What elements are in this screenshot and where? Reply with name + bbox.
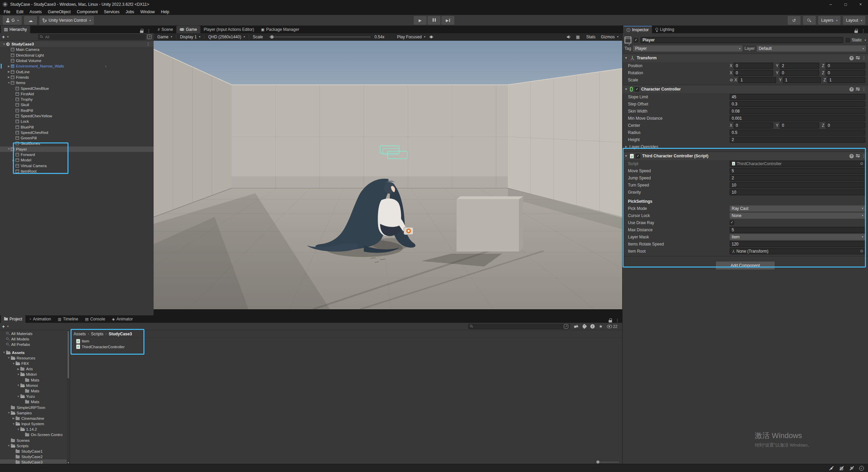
view-tab[interactable]: Player (Input Actions Editor) (200, 26, 258, 33)
game-viewport-render[interactable] (154, 41, 622, 309)
auto-refresh-disabled-icon[interactable]: ↻ (849, 466, 854, 471)
active-checkbox[interactable] (634, 38, 638, 42)
kebab-menu-icon[interactable]: ⋮ (862, 154, 866, 158)
character-controller-header[interactable]: ▼ Character Controller ? ⋮ (623, 85, 868, 93)
progress-idle-icon[interactable]: ✓ (859, 466, 864, 471)
project-tree-row[interactable]: ▼ Scripts (0, 443, 67, 449)
debugger-disabled-icon[interactable]: ● (829, 466, 834, 471)
pause-button[interactable] (428, 16, 440, 25)
constrain-proportions-icon[interactable]: ⊘ (730, 78, 733, 82)
hierarchy-tree-row[interactable]: Virtual Camera (0, 163, 154, 169)
breadcrumb-assets[interactable]: Assets (74, 332, 86, 336)
pick-mode-dropdown[interactable]: Ray Cast▾ (730, 205, 865, 212)
project-file-row[interactable]: ThirdCharacterController (70, 344, 622, 350)
project-tree-row[interactable]: On-Screen Contro (0, 432, 67, 437)
gizmos-dropdown[interactable]: Gizmos▾ (599, 35, 620, 39)
resolution-dropdown[interactable]: QHD (2560x1440)▾ (206, 35, 246, 39)
hidden-count-button[interactable]: 22 (607, 324, 617, 329)
tab-hierarchy[interactable]: Hierarchy (1, 26, 30, 33)
min-move-distance-field[interactable]: 0.001 (730, 115, 865, 121)
hierarchy-tree-row[interactable]: GreenPill (0, 135, 154, 141)
script-object-field[interactable]: ThirdCharacterController⊙ (730, 161, 865, 167)
hierarchy-search-input[interactable] (44, 35, 144, 39)
project-file-row[interactable]: Item (70, 338, 622, 344)
object-picker-icon[interactable]: ⊙ (860, 161, 863, 166)
hierarchy-tree-row[interactable]: FirstAid (0, 91, 154, 97)
project-tree-row[interactable]: ▼ FBX (0, 361, 67, 366)
chevron-down-icon[interactable]: ▾ (7, 35, 8, 38)
foldout-arrow-icon[interactable]: ▶ (16, 368, 20, 371)
project-tree-row[interactable]: All Prefabs (0, 342, 67, 347)
kebab-menu-icon[interactable]: ⋮ (861, 28, 865, 33)
project-tree-row[interactable]: ▼ 1.14.2 (0, 427, 67, 432)
foldout-arrow-icon[interactable]: ▼ (16, 384, 20, 387)
version-control-button[interactable]: Unity Version Control▾ (39, 16, 94, 25)
prefab-chevron-icon[interactable]: › (105, 64, 109, 68)
project-searchbox[interactable]: ↗ (468, 324, 570, 329)
scale-slider[interactable] (269, 37, 371, 37)
hierarchy-searchbox[interactable] (38, 34, 146, 40)
help-icon[interactable]: ? (849, 154, 854, 158)
add-component-button[interactable]: Add Component (715, 261, 775, 270)
foldout-arrow-icon[interactable]: ▼ (16, 395, 20, 398)
foldout-arrow-icon[interactable]: ▶ (12, 417, 16, 420)
project-tree-row[interactable]: SimpleURPToon (0, 405, 67, 410)
turn-speed-field[interactable]: 10 (730, 182, 865, 188)
help-icon[interactable]: ? (849, 87, 854, 92)
static-checkbox[interactable] (846, 38, 850, 42)
center-z-field[interactable]: 0 (826, 122, 865, 129)
foldout-arrow-icon[interactable]: ▼ (625, 87, 628, 91)
project-tree-row[interactable]: ▼ Yuzu (0, 394, 67, 399)
component-enabled-checkbox[interactable] (635, 87, 639, 92)
foldout-arrow-icon[interactable]: ▼ (7, 356, 11, 359)
foldout-arrow-icon[interactable]: ▶ (7, 76, 11, 79)
max-distance-field[interactable]: 5 (730, 227, 865, 233)
open-search-window-icon[interactable]: ↗ (147, 35, 152, 39)
scale-z-field[interactable]: 1 (827, 77, 865, 83)
tab-inspector[interactable]: i Inspector (623, 26, 652, 33)
bottom-panel-tab[interactable]: Timeline (54, 315, 81, 323)
use-draw-ray-checkbox[interactable] (730, 220, 734, 225)
scrollbar-thumb[interactable] (67, 331, 69, 378)
menu-item[interactable]: Window (137, 9, 158, 14)
cache-disabled-icon[interactable]: ▤ (839, 466, 844, 471)
cursor-lock-dropdown[interactable]: None▾ (730, 213, 865, 219)
foldout-arrow-icon[interactable]: ▼ (12, 422, 16, 426)
script-component-header[interactable]: ▼ Third Character Controller (Script) ? … (623, 152, 868, 160)
scale-y-field[interactable]: 1 (783, 77, 821, 83)
hierarchy-tree-row[interactable]: Trophy (0, 97, 154, 102)
foldout-arrow-icon[interactable]: ▼ (7, 148, 11, 151)
layer-mask-dropdown[interactable]: Item▾ (730, 234, 865, 240)
layer-dropdown[interactable]: Default▾ (757, 45, 866, 52)
transform-header[interactable]: ▼ Transform ? ⋮ (623, 54, 868, 62)
step-offset-field[interactable]: 0.3 (730, 101, 865, 107)
hierarchy-tree-row[interactable]: SpeedChevYellow (0, 113, 154, 119)
undo-history-button[interactable]: ↺ (788, 16, 801, 25)
gameobject-name-field[interactable]: Player (640, 37, 843, 43)
gameobject-icon[interactable] (625, 37, 631, 43)
lock-icon[interactable] (854, 29, 858, 33)
foldout-arrow-icon[interactable]: ▼ (12, 362, 16, 365)
jump-speed-field[interactable]: 2 (730, 175, 865, 181)
kebab-menu-icon[interactable]: ⋮ (862, 87, 866, 92)
project-tree-row[interactable]: Mats (0, 399, 67, 405)
project-tree-row[interactable]: ▼ Input System (0, 421, 67, 427)
lock-icon[interactable] (140, 29, 143, 33)
hierarchy-tree-row[interactable]: ▼ StudyCase3 ⋮ (0, 41, 154, 47)
create-asset-button[interactable]: + (2, 324, 5, 329)
bottom-panel-tab[interactable]: Animator (108, 315, 136, 323)
presets-icon[interactable] (856, 56, 860, 60)
menu-item[interactable]: Component (74, 9, 101, 14)
hierarchy-tree-row[interactable]: Directional Light (0, 53, 154, 58)
global-search-button[interactable] (803, 16, 816, 25)
open-search-window-icon[interactable]: ↗ (564, 324, 568, 329)
project-tree-row[interactable]: ▼ Samples (0, 410, 67, 416)
position-y-field[interactable]: 2 (780, 63, 819, 69)
scale-slider-thumb[interactable] (270, 35, 274, 39)
foldout-arrow-icon[interactable]: ▼ (625, 56, 628, 60)
minimize-button[interactable]: – (823, 0, 838, 9)
rotation-x-field[interactable]: 0 (734, 70, 773, 76)
hierarchy-tree-row[interactable]: BluePill (0, 124, 154, 130)
hierarchy-tree-row[interactable]: ▼ Items (0, 80, 154, 85)
skin-width-field[interactable]: 0.08 (730, 108, 865, 114)
